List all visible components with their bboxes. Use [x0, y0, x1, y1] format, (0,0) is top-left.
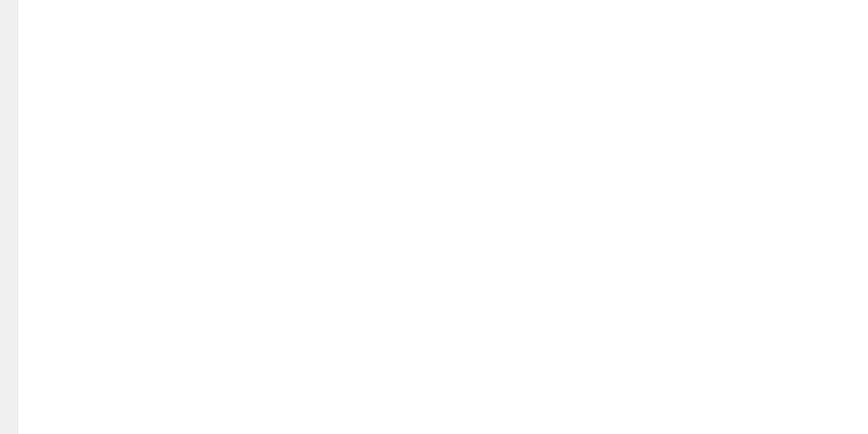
code-area: [18, 0, 868, 434]
line-numbers: [0, 0, 18, 434]
editor-container: [0, 0, 868, 434]
